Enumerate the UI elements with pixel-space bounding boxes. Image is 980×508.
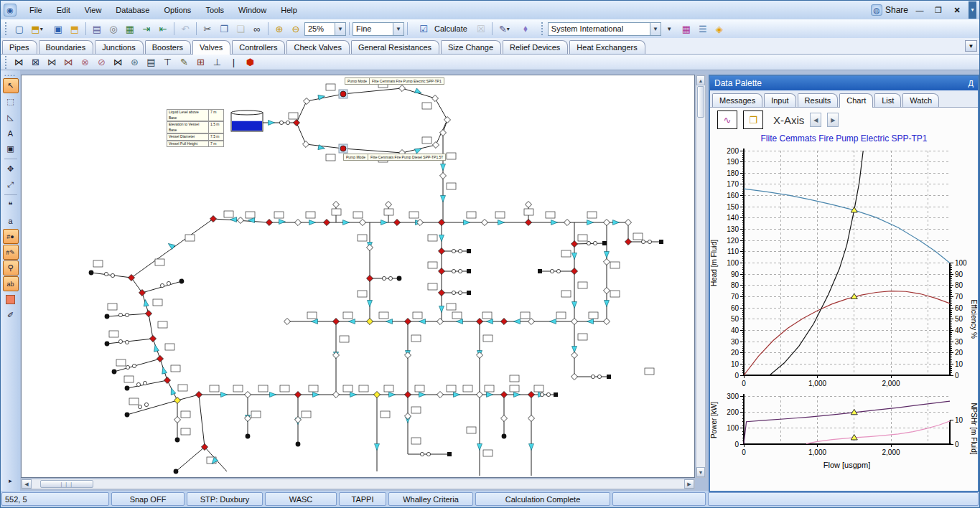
chevron-down-icon[interactable]: ▼ xyxy=(393,23,403,35)
copy-icon[interactable]: ❐ xyxy=(216,22,232,37)
component-tab-general-resistances[interactable]: General Resistances xyxy=(351,40,439,54)
valve-tool-9[interactable]: ▤ xyxy=(143,55,159,69)
palette-tab-messages[interactable]: Messages xyxy=(712,93,762,107)
valve-tool-14[interactable]: | xyxy=(225,55,242,69)
vertical-scroll-thumb[interactable] xyxy=(697,86,704,118)
horizontal-scroll-thumb[interactable]: ❘❘❘ xyxy=(40,480,93,488)
chevron-down-icon[interactable]: ▼ xyxy=(650,23,661,35)
polygon-select-tool[interactable]: ◺ xyxy=(3,110,19,125)
valve-tool-13[interactable]: ⊥ xyxy=(209,55,225,69)
tab-overflow-button[interactable]: ▼ xyxy=(965,40,977,52)
close-button[interactable]: ✕ xyxy=(950,4,964,17)
menu-item-database[interactable]: Database xyxy=(108,3,157,17)
valve-tool-8[interactable]: ⊛ xyxy=(126,55,143,69)
valve-tool-10[interactable]: ⊤ xyxy=(159,55,176,69)
minimize-button[interactable]: — xyxy=(913,4,927,17)
canvas-horizontal-scrollbar[interactable]: ◀ ❘❘❘ ▶ xyxy=(21,479,695,489)
show-labels-tool[interactable]: ab xyxy=(3,276,19,291)
schematic-svg[interactable] xyxy=(22,75,695,478)
scroll-down-icon[interactable]: ▼ xyxy=(696,467,705,477)
component-tab-pipes[interactable]: Pipes xyxy=(2,40,37,54)
component-tab-check-valves[interactable]: Check Valves xyxy=(286,40,349,54)
valve-tool-7[interactable]: ⋈ xyxy=(110,55,126,69)
prev-axis-button[interactable]: ◀ xyxy=(810,113,821,127)
calculate-check-icon[interactable]: ☑ xyxy=(416,22,431,37)
open-project-icon[interactable]: ⬒ xyxy=(67,22,83,37)
data-palette-header[interactable]: Data Palette Д xyxy=(710,76,978,90)
edit-node-ids-tool[interactable]: #✎ xyxy=(3,245,19,260)
component-tab-valves[interactable]: Valves xyxy=(192,40,230,55)
share-button[interactable]: ◍ Share xyxy=(871,4,908,16)
toolbar-grip[interactable] xyxy=(5,22,8,35)
valve-tool-6[interactable]: ⊘ xyxy=(93,55,110,69)
palette-tab-results[interactable]: Results xyxy=(798,93,839,107)
menu-item-tools[interactable]: Tools xyxy=(198,3,231,17)
units-dropdown-button[interactable]: ▼ xyxy=(662,22,678,37)
select-tool[interactable]: ↖ xyxy=(3,78,19,93)
open-file-icon[interactable]: ⬒▾ xyxy=(28,22,50,37)
import-excel-icon[interactable]: ⇤ xyxy=(155,22,171,37)
callout-tool[interactable]: ❝ xyxy=(3,197,19,212)
chevron-down-icon[interactable]: ▼ xyxy=(335,23,345,35)
component-tab-controllers[interactable]: Controllers xyxy=(232,40,285,54)
menu-item-window[interactable]: Window xyxy=(231,3,274,17)
palette-tab-input[interactable]: Input xyxy=(764,93,795,107)
valve-tool-15[interactable]: ⬢ xyxy=(242,55,258,69)
export-excel-icon[interactable]: ⇥ xyxy=(139,22,154,37)
toolbar-grip[interactable] xyxy=(541,22,544,35)
toolbar-options-button[interactable]: ▾ xyxy=(969,1,976,19)
menu-item-view[interactable]: View xyxy=(78,3,109,17)
zoom-window-tool[interactable]: ▣ xyxy=(3,141,19,156)
quality-combo[interactable]: Fine ▼ xyxy=(353,22,404,36)
pump-mode-label-electric[interactable]: Pump Mode Flite Cemmats Fire Pump Electr… xyxy=(345,77,444,85)
valve-tool-12[interactable]: ⊞ xyxy=(192,55,209,69)
text-annotation-tool[interactable]: A xyxy=(3,126,19,141)
tip-icon[interactable]: ◈ xyxy=(711,22,727,37)
zoom-in-icon[interactable]: ⊕ xyxy=(271,22,287,37)
menu-item-help[interactable]: Help xyxy=(274,3,304,17)
chevron-down-icon[interactable]: ▾ xyxy=(507,26,513,32)
valve-tool-4[interactable]: ⋈ xyxy=(60,55,77,69)
checklist-icon[interactable]: ☰ xyxy=(695,22,711,37)
highlighter-icon[interactable]: ⬧ xyxy=(518,22,533,37)
chart-options-button[interactable]: ∿ xyxy=(717,110,737,129)
drawing-canvas[interactable]: Liquid Level above Base7 mElevation to V… xyxy=(21,75,695,478)
valve-tool-1[interactable]: ⋈ xyxy=(11,55,27,69)
next-axis-button[interactable]: ▶ xyxy=(827,113,839,127)
menu-item-edit[interactable]: Edit xyxy=(50,3,78,17)
pump-mode-label-diesel[interactable]: Pump Mode Flite Cemmats Fire Pump Diesel… xyxy=(343,154,446,161)
zoom-out-icon[interactable]: ⊖ xyxy=(288,22,304,37)
component-tab-relief-devices[interactable]: Relief Devices xyxy=(503,40,568,54)
hatch-text-tool[interactable]: a xyxy=(3,213,19,228)
component-tab-heat-exchangers[interactable]: Heat Exchangers xyxy=(569,40,645,54)
restore-button[interactable]: ❐ xyxy=(931,4,946,17)
valve-tool-3[interactable]: ⋈ xyxy=(44,55,60,69)
pan-tool[interactable]: ✥ xyxy=(3,161,19,177)
color-swatch-tool[interactable] xyxy=(3,292,19,307)
calculate-button[interactable]: ☑ Calculate xyxy=(411,22,472,37)
menu-item-file[interactable]: File xyxy=(22,3,50,17)
copy-chart-button[interactable]: ❐ xyxy=(743,110,763,129)
units-combo[interactable]: System International ▼ xyxy=(548,22,661,36)
print-preview-icon[interactable]: ◎ xyxy=(106,22,121,37)
valve-tool-5[interactable]: ⊗ xyxy=(77,55,93,69)
chevron-down-icon[interactable]: ▾ xyxy=(40,26,47,32)
show-node-ids-tool[interactable]: #● xyxy=(3,229,19,244)
canvas-vertical-scrollbar[interactable]: ▲ ▼ xyxy=(696,75,706,478)
valve-tool-2[interactable]: ⊠ xyxy=(27,55,44,69)
component-tab-boundaries[interactable]: Boundaries xyxy=(39,40,94,54)
scroll-left-icon[interactable]: ◀ xyxy=(22,479,32,489)
component-tab-boosters[interactable]: Boosters xyxy=(145,40,191,54)
save-icon[interactable]: ▣ xyxy=(50,22,66,37)
units-table-icon[interactable]: ▦ xyxy=(678,22,694,37)
palette-tab-chart[interactable]: Chart xyxy=(839,93,873,108)
scroll-up-icon[interactable]: ▲ xyxy=(696,75,705,85)
script-icon[interactable]: ✎▾ xyxy=(495,22,517,37)
valve-tool-11[interactable]: ✎ xyxy=(176,55,192,69)
pin-icon[interactable]: Д xyxy=(969,79,974,88)
new-file-icon[interactable]: ▢ xyxy=(11,22,27,37)
menu-item-options[interactable]: Options xyxy=(157,3,198,17)
component-tab-junctions[interactable]: Junctions xyxy=(95,40,143,54)
zoom-level-combo[interactable]: 25% ▼ xyxy=(304,22,346,36)
cut-icon[interactable]: ✂ xyxy=(200,22,215,37)
